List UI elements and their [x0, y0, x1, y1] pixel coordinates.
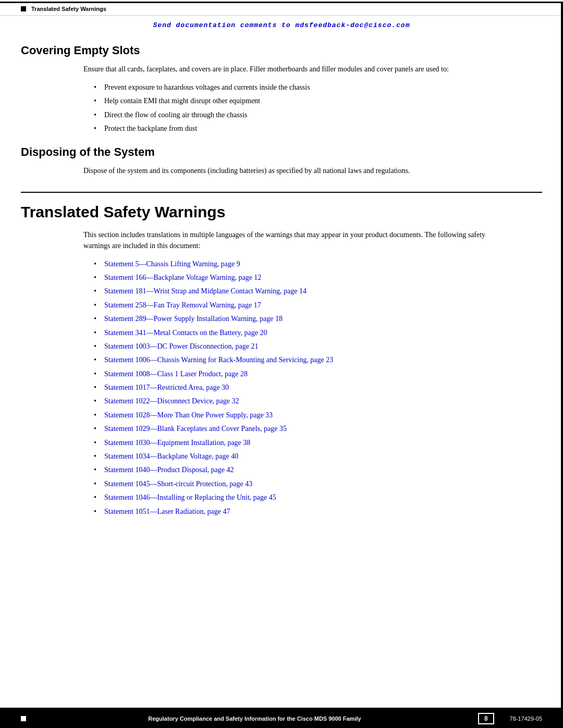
link-statement-341[interactable]: Statement 341—Metal Contacts on the Batt… [104, 329, 267, 337]
link-statement-258[interactable]: Statement 258—Fan Tray Removal Warning, … [104, 301, 261, 309]
disposing-system-body: Dispose of the system and its components… [83, 165, 511, 176]
header-bar: Translated Safety Warnings [0, 2, 563, 16]
list-item: Statement 1030—Equipment Installation, p… [94, 437, 511, 449]
list-item: Statement 258—Fan Tray Removal Warning, … [94, 300, 511, 311]
header-title: Translated Safety Warnings [31, 6, 106, 12]
list-item: Statement 1017—Restricted Area, page 30 [94, 382, 511, 393]
link-statement-166[interactable]: Statement 166—Backplane Voltage Warning,… [104, 274, 261, 281]
main-content: Covering Empty Slots Ensure that all car… [0, 44, 563, 556]
link-statement-1046[interactable]: Statement 1046—Installing or Replacing t… [104, 493, 276, 501]
list-item: Prevent exposure to hazardous voltages a… [94, 82, 511, 93]
list-item: Statement 166—Backplane Voltage Warning,… [94, 272, 511, 283]
link-statement-1034[interactable]: Statement 1034—Backplane Voltage, page 4… [104, 452, 238, 460]
covering-empty-slots-bullets: Prevent exposure to hazardous voltages a… [94, 82, 511, 135]
header-square-icon [21, 6, 26, 11]
list-item: Statement 1045—Short-circuit Protection,… [94, 478, 511, 490]
disposing-system-heading: Disposing of the System [21, 145, 542, 159]
list-item: Statement 1022—Disconnect Device, page 3… [94, 396, 511, 407]
translated-safety-warnings-heading: Translated Safety Warnings [21, 192, 542, 221]
link-statement-1030[interactable]: Statement 1030—Equipment Installation, p… [104, 439, 250, 447]
feedback-section: Send documentation comments to mdsfeedba… [0, 16, 563, 33]
feedback-link[interactable]: Send documentation comments to mdsfeedba… [153, 21, 410, 29]
list-item: Statement 1006—Chassis Warning for Rack-… [94, 354, 511, 366]
safety-warnings-links-list: Statement 5—Chassis Lifting Warning, pag… [94, 258, 511, 517]
link-statement-1008[interactable]: Statement 1008—Class 1 Laser Product, pa… [104, 370, 248, 378]
list-item: Statement 1008—Class 1 Laser Product, pa… [94, 368, 511, 380]
footer-right: 8 78-17429-05 [478, 713, 542, 724]
link-statement-181[interactable]: Statement 181—Wrist Strap and Midplane C… [104, 287, 307, 295]
link-statement-1003[interactable]: Statement 1003—DC Power Disconnection, p… [104, 342, 259, 350]
link-statement-1022[interactable]: Statement 1022—Disconnect Device, page 3… [104, 397, 239, 405]
list-item: Statement 1034—Backplane Voltage, page 4… [94, 451, 511, 462]
link-statement-5[interactable]: Statement 5—Chassis Lifting Warning, pag… [104, 260, 240, 268]
list-item: Statement 5—Chassis Lifting Warning, pag… [94, 258, 511, 270]
covering-empty-slots-heading: Covering Empty Slots [21, 44, 542, 57]
footer: Regulatory Compliance and Safety Informa… [0, 708, 563, 728]
list-item: Statement 341—Metal Contacts on the Batt… [94, 327, 511, 339]
footer-square-icon [21, 716, 26, 721]
list-item: Protect the backplane from dust [94, 123, 511, 134]
link-statement-1045[interactable]: Statement 1045—Short-circuit Protection,… [104, 480, 252, 488]
covering-empty-slots-body: Ensure that all cards, faceplates, and c… [83, 64, 511, 75]
link-statement-1040[interactable]: Statement 1040—Product Disposal, page 42 [104, 466, 234, 474]
translated-safety-warnings-intro: This section includes translations in mu… [83, 229, 511, 251]
link-statement-1006[interactable]: Statement 1006—Chassis Warning for Rack-… [104, 356, 333, 364]
list-item: Statement 181—Wrist Strap and Midplane C… [94, 286, 511, 297]
link-statement-1051[interactable]: Statement 1051—Laser Radiation, page 47 [104, 508, 230, 515]
link-statement-1028[interactable]: Statement 1028—More Than One Power Suppl… [104, 411, 273, 419]
list-item: Statement 289—Power Supply Installation … [94, 313, 511, 325]
list-item: Statement 1028—More Than One Power Suppl… [94, 410, 511, 421]
footer-center-text: Regulatory Compliance and Safety Informa… [31, 715, 478, 722]
page-container: Translated Safety Warnings Send document… [0, 2, 563, 728]
link-statement-1017[interactable]: Statement 1017—Restricted Area, page 30 [104, 384, 229, 391]
right-border [561, 2, 563, 728]
list-item: Statement 1051—Laser Radiation, page 47 [94, 506, 511, 517]
top-border [0, 2, 563, 3]
list-item: Help contain EMI that might disrupt othe… [94, 95, 511, 107]
list-item: Statement 1029—Blank Faceplates and Cove… [94, 423, 511, 435]
link-statement-1029[interactable]: Statement 1029—Blank Faceplates and Cove… [104, 425, 287, 433]
footer-doc-number: 78-17429-05 [510, 715, 542, 722]
list-item: Statement 1046—Installing or Replacing t… [94, 492, 511, 503]
footer-page-number: 8 [478, 713, 494, 724]
link-statement-289[interactable]: Statement 289—Power Supply Installation … [104, 315, 283, 323]
list-item: Direct the flow of cooling air through t… [94, 109, 511, 121]
list-item: Statement 1003—DC Power Disconnection, p… [94, 341, 511, 352]
list-item: Statement 1040—Product Disposal, page 42 [94, 464, 511, 476]
